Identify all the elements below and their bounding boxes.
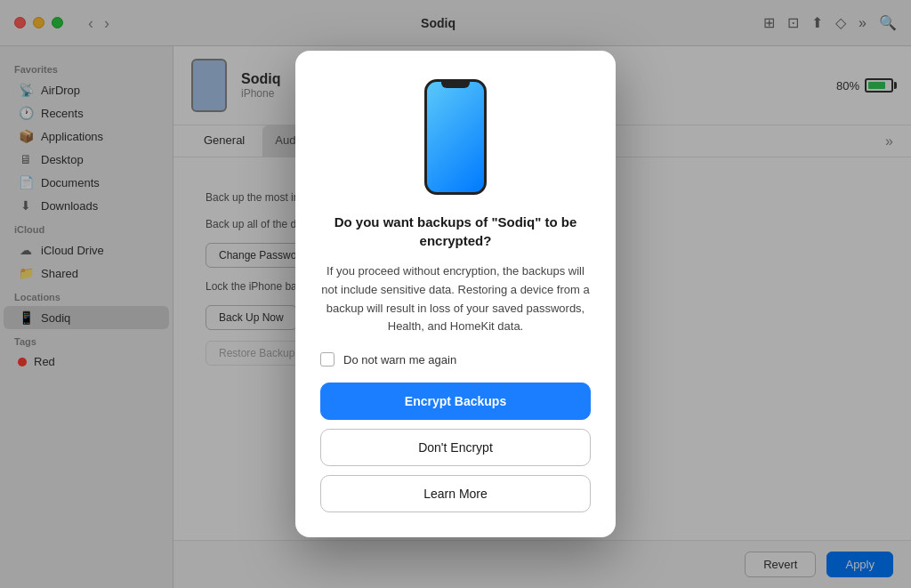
encrypt-backups-button[interactable]: Encrypt Backups [320, 383, 591, 420]
learn-more-button[interactable]: Learn More [320, 475, 591, 512]
encryption-modal: Do you want backups of "Sodiq" to be enc… [295, 51, 616, 537]
dont-encrypt-button[interactable]: Don't Encrypt [320, 429, 591, 466]
iphone-body [424, 79, 487, 195]
checkbox-row: Do not warn me again [320, 352, 591, 366]
warn-checkbox-label: Do not warn me again [343, 353, 456, 366]
iphone-notch [441, 82, 470, 88]
iphone-illustration [424, 79, 487, 195]
modal-buttons: Encrypt Backups Don't Encrypt Learn More [320, 383, 591, 512]
modal-title: Do you want backups of "Sodiq" to be enc… [320, 213, 591, 250]
modal-overlay: Do you want backups of "Sodiq" to be enc… [0, 0, 911, 588]
modal-description: If you proceed without encryption, the b… [320, 262, 591, 336]
warn-checkbox[interactable] [320, 352, 335, 366]
